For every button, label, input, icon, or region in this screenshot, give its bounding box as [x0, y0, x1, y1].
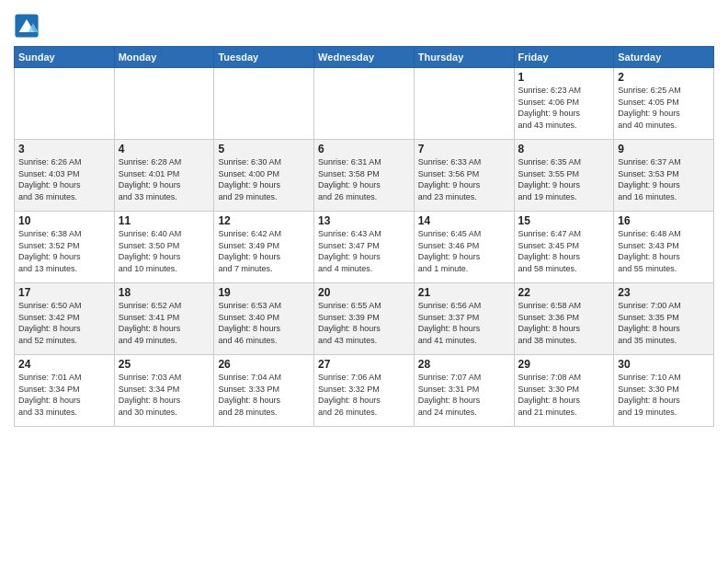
day-info: Sunrise: 6:52 AM Sunset: 3:41 PM Dayligh…	[119, 300, 210, 346]
day-cell: 12Sunrise: 6:42 AM Sunset: 3:49 PM Dayli…	[214, 212, 314, 283]
day-cell: 6Sunrise: 6:31 AM Sunset: 3:58 PM Daylig…	[314, 140, 415, 212]
day-info: Sunrise: 6:45 AM Sunset: 3:46 PM Dayligh…	[418, 228, 510, 274]
day-info: Sunrise: 7:07 AM Sunset: 3:31 PM Dayligh…	[418, 372, 510, 418]
day-number: 25	[119, 358, 210, 371]
day-cell: 21Sunrise: 6:56 AM Sunset: 3:37 PM Dayli…	[414, 283, 514, 355]
day-cell: 28Sunrise: 7:07 AM Sunset: 3:31 PM Dayli…	[414, 355, 514, 427]
day-cell: 2Sunrise: 6:25 AM Sunset: 4:05 PM Daylig…	[614, 68, 714, 140]
day-info: Sunrise: 6:58 AM Sunset: 3:36 PM Dayligh…	[518, 300, 610, 346]
day-cell: 29Sunrise: 7:08 AM Sunset: 3:30 PM Dayli…	[514, 355, 614, 427]
day-cell: 3Sunrise: 6:26 AM Sunset: 4:03 PM Daylig…	[15, 140, 115, 212]
day-cell: 25Sunrise: 7:03 AM Sunset: 3:34 PM Dayli…	[114, 355, 214, 427]
week-row-4: 24Sunrise: 7:01 AM Sunset: 3:34 PM Dayli…	[15, 355, 714, 427]
day-number: 4	[119, 143, 210, 155]
day-cell: 13Sunrise: 6:43 AM Sunset: 3:47 PM Dayli…	[314, 212, 415, 283]
day-cell: 16Sunrise: 6:48 AM Sunset: 3:43 PM Dayli…	[614, 212, 714, 283]
logo-icon	[14, 13, 40, 39]
day-cell	[214, 68, 314, 140]
day-cell	[414, 68, 514, 140]
day-info: Sunrise: 6:47 AM Sunset: 3:45 PM Dayligh…	[518, 228, 610, 274]
day-info: Sunrise: 7:01 AM Sunset: 3:34 PM Dayligh…	[18, 372, 110, 418]
day-info: Sunrise: 6:25 AM Sunset: 4:05 PM Dayligh…	[618, 85, 710, 131]
day-number: 14	[418, 214, 510, 227]
day-info: Sunrise: 6:28 AM Sunset: 4:01 PM Dayligh…	[119, 156, 210, 202]
day-number: 13	[318, 214, 410, 227]
day-info: Sunrise: 6:48 AM Sunset: 3:43 PM Dayligh…	[618, 228, 710, 274]
header-cell-wednesday: Wednesday	[314, 47, 415, 68]
day-cell: 9Sunrise: 6:37 AM Sunset: 3:53 PM Daylig…	[614, 140, 714, 212]
day-number: 15	[518, 214, 610, 227]
day-cell: 26Sunrise: 7:04 AM Sunset: 3:33 PM Dayli…	[214, 355, 314, 427]
header-cell-sunday: Sunday	[15, 47, 115, 68]
day-number: 30	[618, 358, 710, 371]
week-row-2: 10Sunrise: 6:38 AM Sunset: 3:52 PM Dayli…	[15, 212, 714, 283]
day-info: Sunrise: 6:42 AM Sunset: 3:49 PM Dayligh…	[218, 228, 310, 274]
day-cell: 4Sunrise: 6:28 AM Sunset: 4:01 PM Daylig…	[114, 140, 214, 212]
day-cell: 20Sunrise: 6:55 AM Sunset: 3:39 PM Dayli…	[314, 283, 415, 355]
day-info: Sunrise: 6:38 AM Sunset: 3:52 PM Dayligh…	[18, 228, 110, 274]
day-number: 10	[18, 214, 110, 227]
week-row-0: 1Sunrise: 6:23 AM Sunset: 4:06 PM Daylig…	[15, 68, 714, 140]
day-cell	[15, 68, 115, 140]
header-cell-saturday: Saturday	[614, 47, 714, 68]
day-number: 20	[318, 286, 410, 299]
day-info: Sunrise: 7:08 AM Sunset: 3:30 PM Dayligh…	[518, 372, 610, 418]
day-info: Sunrise: 6:56 AM Sunset: 3:37 PM Dayligh…	[418, 300, 510, 346]
header-cell-thursday: Thursday	[414, 47, 514, 68]
header-cell-monday: Monday	[114, 47, 214, 68]
day-info: Sunrise: 6:53 AM Sunset: 3:40 PM Dayligh…	[218, 300, 310, 346]
day-cell: 30Sunrise: 7:10 AM Sunset: 3:30 PM Dayli…	[614, 355, 714, 427]
day-info: Sunrise: 6:40 AM Sunset: 3:50 PM Dayligh…	[119, 228, 210, 274]
day-info: Sunrise: 6:33 AM Sunset: 3:56 PM Dayligh…	[418, 156, 510, 202]
day-info: Sunrise: 6:43 AM Sunset: 3:47 PM Dayligh…	[318, 228, 410, 274]
day-number: 27	[318, 358, 410, 371]
day-info: Sunrise: 6:30 AM Sunset: 4:00 PM Dayligh…	[218, 156, 310, 202]
day-cell	[114, 68, 214, 140]
calendar-table: SundayMondayTuesdayWednesdayThursdayFrid…	[14, 46, 714, 427]
day-info: Sunrise: 6:37 AM Sunset: 3:53 PM Dayligh…	[618, 156, 710, 202]
day-info: Sunrise: 7:00 AM Sunset: 3:35 PM Dayligh…	[618, 300, 710, 346]
day-number: 18	[119, 286, 210, 299]
week-row-3: 17Sunrise: 6:50 AM Sunset: 3:42 PM Dayli…	[15, 283, 714, 355]
day-number: 11	[119, 214, 210, 227]
day-number: 22	[518, 286, 610, 299]
main-container: SundayMondayTuesdayWednesdayThursdayFrid…	[0, 0, 728, 436]
day-number: 2	[618, 71, 710, 84]
day-info: Sunrise: 6:26 AM Sunset: 4:03 PM Dayligh…	[18, 156, 110, 202]
day-cell: 19Sunrise: 6:53 AM Sunset: 3:40 PM Dayli…	[214, 283, 314, 355]
day-number: 6	[318, 143, 410, 155]
day-info: Sunrise: 6:31 AM Sunset: 3:58 PM Dayligh…	[318, 156, 410, 202]
day-cell: 1Sunrise: 6:23 AM Sunset: 4:06 PM Daylig…	[514, 68, 614, 140]
day-number: 24	[18, 358, 110, 371]
day-number: 28	[418, 358, 510, 371]
day-cell: 7Sunrise: 6:33 AM Sunset: 3:56 PM Daylig…	[414, 140, 514, 212]
day-number: 9	[618, 143, 710, 155]
day-info: Sunrise: 7:04 AM Sunset: 3:33 PM Dayligh…	[218, 372, 310, 418]
day-cell: 27Sunrise: 7:06 AM Sunset: 3:32 PM Dayli…	[314, 355, 415, 427]
day-info: Sunrise: 6:50 AM Sunset: 3:42 PM Dayligh…	[18, 300, 110, 346]
day-number: 26	[218, 358, 310, 371]
logo	[14, 13, 43, 39]
day-info: Sunrise: 6:23 AM Sunset: 4:06 PM Dayligh…	[518, 85, 610, 131]
day-number: 7	[418, 143, 510, 155]
day-cell: 24Sunrise: 7:01 AM Sunset: 3:34 PM Dayli…	[15, 355, 115, 427]
day-info: Sunrise: 6:35 AM Sunset: 3:55 PM Dayligh…	[518, 156, 610, 202]
day-number: 21	[418, 286, 510, 299]
day-number: 16	[618, 214, 710, 227]
day-number: 19	[218, 286, 310, 299]
day-number: 17	[18, 286, 110, 299]
day-cell	[314, 68, 415, 140]
day-cell: 23Sunrise: 7:00 AM Sunset: 3:35 PM Dayli…	[614, 283, 714, 355]
day-cell: 8Sunrise: 6:35 AM Sunset: 3:55 PM Daylig…	[514, 140, 614, 212]
day-number: 12	[218, 214, 310, 227]
day-info: Sunrise: 6:55 AM Sunset: 3:39 PM Dayligh…	[318, 300, 410, 346]
header-cell-tuesday: Tuesday	[214, 47, 314, 68]
day-number: 8	[518, 143, 610, 155]
header-cell-friday: Friday	[514, 47, 614, 68]
header	[14, 9, 714, 39]
day-number: 3	[18, 143, 110, 155]
day-cell: 22Sunrise: 6:58 AM Sunset: 3:36 PM Dayli…	[514, 283, 614, 355]
day-cell: 11Sunrise: 6:40 AM Sunset: 3:50 PM Dayli…	[114, 212, 214, 283]
day-cell: 14Sunrise: 6:45 AM Sunset: 3:46 PM Dayli…	[414, 212, 514, 283]
day-cell: 10Sunrise: 6:38 AM Sunset: 3:52 PM Dayli…	[15, 212, 115, 283]
